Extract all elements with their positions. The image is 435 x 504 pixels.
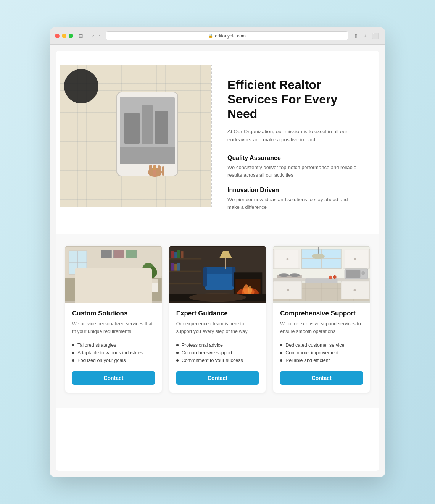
card-expert-guidance: Expert Guidance Our experienced team is … — [169, 246, 266, 393]
card-custom-solutions-desc: We provide personalized services that fi… — [72, 320, 155, 335]
svg-rect-45 — [203, 267, 235, 275]
svg-rect-38 — [174, 252, 177, 258]
svg-rect-5 — [155, 111, 168, 144]
feature-innovation-title: Innovation Driven — [227, 187, 360, 194]
svg-point-65 — [287, 258, 289, 260]
svg-point-55 — [189, 293, 246, 302]
svg-rect-43 — [177, 263, 180, 271]
svg-rect-21 — [126, 250, 137, 258]
browser-actions: ⬆ + ⬜ — [352, 32, 380, 40]
svg-rect-6 — [120, 147, 175, 164]
url-text: editor.yola.com — [215, 33, 246, 39]
feature-quality: Quality Assurance We consistently delive… — [227, 155, 360, 179]
card-comprehensive-support-desc: We offer extensive support services to e… — [280, 320, 363, 335]
list-item: Tailored strategies — [72, 341, 155, 349]
svg-point-78 — [312, 254, 325, 259]
svg-rect-8 — [149, 165, 152, 176]
contact-button-3[interactable]: Contact — [280, 371, 363, 385]
hero-title: Efficient Realtor Services For Every Nee… — [227, 78, 360, 121]
svg-rect-41 — [171, 263, 174, 271]
extensions-button[interactable]: ⬜ — [371, 32, 380, 40]
back-button[interactable]: ‹ — [91, 32, 96, 40]
minimize-button[interactable] — [62, 34, 66, 38]
bullet-icon — [176, 359, 179, 362]
new-tab-button[interactable]: + — [362, 32, 368, 40]
bullet-icon — [176, 344, 179, 346]
hero-section: Efficient Realtor Services For Every Nee… — [56, 51, 379, 234]
svg-rect-23 — [76, 274, 140, 279]
lock-icon: 🔒 — [208, 34, 213, 38]
cards-section: Custom Solutions We provide personalized… — [56, 234, 379, 408]
hero-image-border — [60, 65, 212, 207]
list-item: Continuous improvement — [280, 349, 363, 357]
list-item: Comprehensive support — [176, 349, 259, 357]
feature-quality-desc: We consistently deliver top-notch perfor… — [227, 164, 360, 179]
svg-rect-40 — [181, 252, 184, 258]
browser-window: ⊞ ‹ › 🔒 editor.yola.com ⬆ + ⬜ — [50, 27, 385, 477]
svg-point-90 — [354, 289, 356, 292]
bullet-icon — [280, 344, 282, 346]
list-item: Commitment to your success — [176, 357, 259, 364]
close-button[interactable] — [55, 34, 60, 38]
browser-toolbar: ⊞ ‹ › 🔒 editor.yola.com ⬆ + ⬜ — [50, 27, 385, 45]
svg-point-53 — [248, 286, 252, 294]
list-item: Adaptable to various industries — [72, 349, 155, 357]
cards-grid: Custom Solutions We provide personalized… — [65, 246, 370, 393]
svg-rect-24 — [81, 276, 97, 285]
svg-rect-14 — [65, 276, 162, 301]
svg-rect-46 — [203, 267, 207, 287]
tablet-graphic — [113, 90, 182, 182]
svg-rect-73 — [306, 279, 338, 284]
sidebar-toggle-button[interactable]: ⊞ — [77, 32, 85, 40]
bullet-icon — [72, 359, 74, 362]
svg-rect-71 — [346, 270, 360, 278]
card-expert-guidance-body: Expert Guidance Our experienced team is … — [169, 303, 266, 393]
svg-point-72 — [361, 271, 365, 275]
svg-rect-3 — [124, 113, 140, 144]
page-content: Efficient Realtor Services For Every Nee… — [56, 51, 379, 471]
share-button[interactable]: ⬆ — [352, 32, 360, 40]
hat-decoration — [64, 69, 98, 103]
svg-rect-34 — [169, 258, 201, 260]
card-expert-guidance-desc: Our experienced team is here to support … — [176, 320, 259, 335]
feature-quality-title: Quality Assurance — [227, 155, 360, 162]
card-custom-solutions-title: Custom Solutions — [72, 310, 155, 317]
svg-rect-36 — [169, 283, 201, 285]
card-custom-solutions-list: Tailored strategies Adaptable to various… — [72, 341, 155, 364]
svg-rect-35 — [169, 271, 201, 272]
svg-rect-31 — [146, 279, 158, 283]
card-comprehensive-support-title: Comprehensive Support — [280, 310, 363, 317]
contact-button-1[interactable]: Contact — [72, 371, 155, 385]
svg-rect-20 — [113, 250, 124, 258]
list-item: Focused on your goals — [72, 357, 155, 364]
svg-point-29 — [148, 267, 157, 278]
maximize-button[interactable] — [69, 34, 73, 38]
svg-rect-10 — [158, 165, 161, 176]
hero-text: Efficient Realtor Services For Every Nee… — [227, 62, 368, 219]
card-custom-solutions: Custom Solutions We provide personalized… — [65, 246, 162, 393]
bullet-icon — [176, 352, 179, 354]
svg-rect-56 — [225, 258, 226, 269]
list-item: Professional advice — [176, 341, 259, 349]
card-comprehensive-support-list: Dedicated customer service Continuous im… — [280, 341, 363, 364]
card-expert-guidance-list: Professional advice Comprehensive suppor… — [176, 341, 259, 364]
living-room-image — [169, 246, 266, 303]
svg-point-76 — [289, 274, 300, 277]
bullet-icon — [280, 359, 282, 362]
traffic-lights — [55, 34, 73, 38]
svg-rect-11 — [162, 166, 164, 176]
svg-rect-37 — [171, 251, 174, 258]
forward-button[interactable]: › — [97, 32, 102, 40]
hero-image-wrapper — [56, 58, 212, 207]
svg-rect-25 — [101, 276, 117, 285]
address-bar[interactable]: 🔒 editor.yola.com — [106, 31, 348, 40]
feature-innovation: Innovation Driven We pioneer new ideas a… — [227, 187, 360, 211]
svg-rect-9 — [153, 165, 156, 177]
bedroom-image — [65, 246, 162, 303]
svg-point-75 — [279, 274, 289, 277]
bullet-icon — [72, 352, 74, 354]
svg-point-92 — [333, 275, 337, 279]
feature-innovation-desc: We pioneer new ideas and solutions to st… — [227, 196, 360, 211]
hero-image — [60, 65, 212, 207]
contact-button-2[interactable]: Contact — [176, 371, 259, 385]
